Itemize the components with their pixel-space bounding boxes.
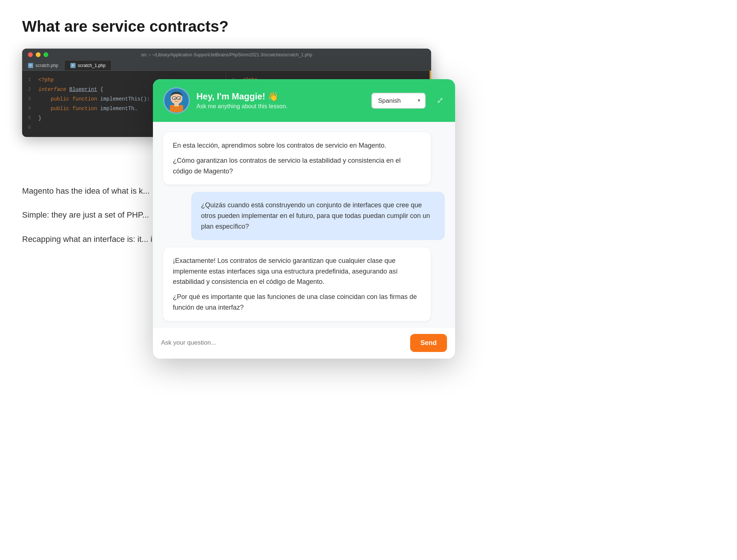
ide-dot-yellow[interactable] [36,52,41,57]
bot-message-2: ¡Exactamente! Los contratos de servicio … [163,247,431,321]
ide-dot-green[interactable] [43,52,48,57]
bot-msg-2-p2: ¿Por qué es importante que las funciones… [173,292,421,313]
chat-messages: En esta lección, aprendimos sobre los co… [153,122,455,327]
user-msg-1-p1: ¿Quizás cuando está construyendo un conj… [201,200,435,232]
ide-tab-scratch1[interactable]: P scratch_1.php [64,61,112,70]
chat-input-area: Send [153,327,455,359]
bot-message-1: En esta lección, aprendimos sobre los co… [163,132,431,184]
bot-msg-1-p2: ¿Cómo garantizan los contratos de servic… [173,155,421,177]
bot-msg-2-p1: ¡Exactamente! Los contratos de servicio … [173,256,421,287]
language-select[interactable]: Spanish English French Portuguese [371,93,426,109]
ide-tabs: P scratch.php P scratch_1.php [22,61,431,71]
expand-button[interactable]: ⤢ [435,94,445,107]
avatar [163,87,190,114]
user-message-1: ¿Quizás cuando está construyendo un conj… [191,192,445,240]
chat-header-info: Hey, I'm Maggie! 👋 Ask me anything about… [196,91,365,110]
ide-titlebar: src ~ ~/Library/Application Support/JetB… [22,49,431,61]
ide-tab-label-active: scratch_1.php [78,63,105,68]
chat-widget: Hey, I'm Maggie! 👋 Ask me anything about… [153,79,455,359]
chat-input[interactable] [161,339,405,346]
ide-tab-scratch[interactable]: P scratch.php [22,61,64,70]
file-icon: P [28,63,33,68]
chat-header: Hey, I'm Maggie! 👋 Ask me anything about… [153,79,455,122]
page-title: What are service contracts? [22,18,715,35]
ide-title-path: src ~ ~/Library/Application Support/JetB… [141,52,312,57]
chat-header-title: Hey, I'm Maggie! 👋 [196,91,365,102]
send-button[interactable]: Send [410,334,447,352]
file-icon-active: P [70,63,76,68]
svg-point-6 [174,98,175,99]
bot-msg-1-p1: En esta lección, aprendimos sobre los co… [173,140,421,151]
chat-header-subtitle: Ask me anything about this lesson. [196,103,365,110]
ide-dot-red[interactable] [28,52,33,57]
svg-point-7 [179,98,180,99]
language-select-wrapper[interactable]: Spanish English French Portuguese ▼ [371,93,426,109]
ide-tab-label: scratch.php [35,63,58,68]
